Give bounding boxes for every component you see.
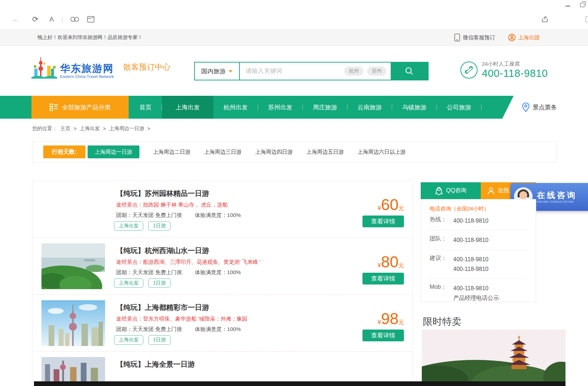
product-image-placeholder[interactable] — [41, 186, 105, 232]
ticket-service-label: 景点票务 — [533, 103, 557, 112]
main-nav: 全部旅游产品分类 首页 上海出发 杭州出发 苏州出发 周庄旅游 云南旅游 乌镇旅… — [0, 96, 588, 119]
share-icon[interactable] — [541, 14, 549, 24]
qq-consult-tab[interactable]: QQ咨询 — [421, 182, 481, 199]
product-satisfaction: 体验满意度：100% — [195, 212, 241, 218]
search-category-dropdown[interactable]: 国内旅游 — [195, 63, 240, 80]
hotline-block: 24小时人工座席 400-118-9810 — [460, 61, 548, 79]
qq-consult-label: QQ咨询 — [446, 187, 466, 194]
breadcrumb-home[interactable]: 主页 — [60, 125, 70, 132]
product-route: 途经景点：拙政园 狮子林 寒山寺， 虎丘，游船 — [116, 202, 228, 208]
window-minimize-button[interactable] — [565, 6, 570, 6]
price-unit: 元 — [399, 319, 404, 325]
product-satisfaction: 体验满意度：100% — [195, 269, 241, 275]
chevron-down-icon — [228, 70, 233, 73]
view-details-button[interactable]: 查看详情 — [362, 216, 404, 227]
price-currency: ¥ — [378, 205, 381, 212]
breadcrumb-separator: > — [147, 126, 150, 132]
product-route: 途经景点：登东方明珠、豪华游船 '城隍庙；外滩；豫园 — [116, 316, 247, 322]
product-tag-duration: 1日游 — [148, 221, 171, 231]
product-tag-depart: 上海出发 — [114, 335, 143, 345]
reading-mode-icon[interactable] — [87, 14, 94, 24]
banner-subtitle: ONLINE CONSULTATION — [537, 200, 577, 203]
price-value: 80 — [381, 253, 399, 271]
window-restore-button[interactable] — [580, 3, 584, 7]
price-unit: 元 — [399, 205, 404, 211]
nav-item-shanghai[interactable]: 上海出发 — [162, 96, 213, 119]
wechat-service-label: 微信客服预订 — [463, 34, 495, 41]
phone-row-team: 团队： 400-118-9810 — [430, 230, 527, 249]
product-title[interactable]: 【纯玩】上海都精彩市一日游 — [116, 303, 209, 312]
product-image-westlake[interactable] — [41, 243, 105, 289]
nav-item-company[interactable]: 公司旅游 — [437, 96, 481, 119]
price-value: 60 — [381, 196, 399, 213]
phone-row-hotline: 热线： 400-118-9810 — [430, 212, 527, 230]
search-box: 国内旅游 杭州 苏州 — [194, 62, 429, 80]
search-input[interactable] — [240, 63, 344, 80]
welcome-bar: 晚上好！欢迎来到华东旅游网！品质旅游专家！ 微信客服预订 上海出团 — [0, 29, 588, 46]
search-icon — [405, 66, 414, 76]
phone-row-label: 建议： — [430, 254, 453, 274]
flash-sale-image-pagoda[interactable] — [422, 330, 565, 381]
product-tag-duration: 1日游 — [148, 278, 171, 288]
wechat-service-link[interactable]: 微信客服预订 — [454, 34, 495, 41]
product-tag-depart: 上海出发 — [114, 221, 143, 231]
ticket-service-tab[interactable]: 景点票务 — [502, 96, 588, 119]
product-row-hangzhou: 【纯玩】杭州西湖山水一日游 途经景点：船游西湖、三潭印月、花港观鱼、黄龙洞' 飞… — [33, 238, 412, 295]
search-category-label: 国内旅游 — [201, 67, 226, 75]
phone-row-value: 400-118-9810 — [453, 264, 488, 274]
product-title[interactable]: 【纯玩】杭州西湖山水一日游 — [116, 246, 209, 256]
edge-partial-icon[interactable] — [585, 16, 588, 22]
search-hot-tag-hangzhou[interactable]: 杭州 — [344, 66, 364, 76]
phone-row-mob: Mob： 400-118-9810 产品经理电话公示 — [430, 278, 527, 307]
online-consult-label: 在线 — [498, 187, 509, 194]
search-button[interactable] — [391, 63, 428, 80]
breadcrumb: 您的位置： 主页 > 上海出发 > 上海周边一日游 > — [32, 125, 150, 132]
phone-row-label: Mob： — [430, 283, 453, 303]
breadcrumb-level2[interactable]: 上海周边一日游 — [109, 125, 144, 132]
nav-item-zhouzhuang[interactable]: 周庄旅游 — [303, 96, 347, 119]
filter-option-4day[interactable]: 上海周边四日游 — [255, 149, 293, 155]
product-title[interactable]: 【纯玩】上海全景一日游 — [116, 360, 195, 369]
phone-row-note: 产品经理电话公示 — [453, 293, 499, 303]
nav-item-yunnan[interactable]: 云南旅游 — [347, 96, 392, 119]
product-schedule: 团期：天天发团 免费上门接 — [116, 212, 182, 218]
font-size-icon[interactable]: A — [49, 14, 54, 24]
all-products-button[interactable]: 全部旅游产品分类 — [31, 96, 129, 119]
view-details-button[interactable]: 查看详情 — [362, 273, 404, 284]
breadcrumb-separator: > — [74, 126, 76, 132]
nav-item-suzhou[interactable]: 苏州出发 — [258, 96, 302, 119]
filter-option-3day[interactable]: 上海周边三日游 — [204, 149, 242, 155]
breadcrumb-level1[interactable]: 上海出发 — [80, 125, 100, 132]
filter-option-5day[interactable]: 上海周边五日游 — [306, 149, 344, 155]
search-hot-tag-suzhou[interactable]: 苏州 — [367, 66, 386, 76]
price-unit: 元 — [399, 262, 404, 268]
product-row-shanghai-city: 【纯玩】上海都精彩市一日游 途经景点：登东方明珠、豪华游船 '城隍庙；外滩；豫园… — [33, 295, 412, 351]
product-satisfaction: 体验满意度：100% — [195, 326, 241, 332]
filter-label: 行程天数: — [43, 145, 85, 158]
filter-option-2day[interactable]: 上海周边二日游 — [153, 149, 191, 155]
filter-option-1day-active[interactable]: 上海周边一日游 — [88, 145, 139, 158]
nav-item-wuzhen[interactable]: 乌镇旅游 — [392, 96, 436, 119]
nav-item-hangzhou[interactable]: 杭州出发 — [213, 96, 258, 119]
link-icon[interactable] — [70, 14, 79, 24]
phone-row-label: 团队： — [430, 235, 453, 245]
nav-item-home[interactable]: 首页 — [129, 96, 162, 119]
filter-option-6day[interactable]: 上海周边六日以上游 — [357, 149, 406, 155]
view-details-button[interactable]: 查看详情 — [362, 330, 404, 341]
site-header: 华东旅游网 Eastern China Travel Network 散客预订中… — [0, 46, 588, 96]
phone-card-header: 电话咨询（全国24小时） — [430, 199, 527, 212]
product-image-shanghai[interactable] — [41, 300, 105, 346]
price-currency: ¥ — [378, 319, 381, 326]
back-icon[interactable]: ← — [12, 14, 20, 24]
product-tag-depart: 上海出发 — [114, 278, 143, 288]
shanghai-depart-link[interactable]: 上海出团 — [508, 34, 540, 41]
toolbar-divider: | — [61, 14, 63, 24]
phone-row-label: 热线： — [430, 216, 453, 226]
refresh-icon[interactable]: ⟳ — [32, 14, 39, 24]
banner-title: 在线咨询 — [537, 190, 577, 201]
site-logo[interactable]: 华东旅游网 Eastern China Travel Network — [31, 56, 114, 79]
category-list-icon — [50, 104, 58, 111]
breadcrumb-separator: > — [103, 126, 106, 132]
phone-consult-card: 电话咨询（全国24小时） 热线： 400-118-9810 团队： 400-11… — [421, 199, 536, 302]
product-title[interactable]: 【纯玩】苏州园林精品一日游 — [116, 189, 209, 198]
